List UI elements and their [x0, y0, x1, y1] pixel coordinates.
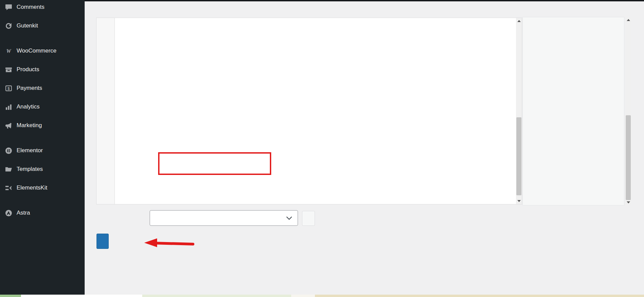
sidebar-item-analytics[interactable]: Analytics [0, 101, 85, 113]
svg-text:$: $ [7, 86, 10, 90]
documentation-select[interactable] [150, 210, 298, 226]
sidebar-item-payments[interactable]: $Payments [0, 82, 85, 94]
astra-icon [5, 209, 12, 217]
code-editor[interactable] [96, 18, 522, 204]
sidebar-item-label: ElementsKit [17, 184, 47, 191]
bottom-edge-strip [21, 295, 142, 297]
sidebar-item-elementor[interactable]: Elementor [0, 144, 85, 157]
theme-files-scrollbar[interactable] [625, 17, 631, 205]
payments-icon: $ [5, 84, 12, 92]
look-up-button[interactable] [302, 211, 315, 226]
sidebar-item-elementskit[interactable]: ElementsKit [0, 182, 85, 194]
bottom-edge-strip [315, 295, 644, 297]
analytics-icon [5, 103, 12, 111]
annotation-arrow [142, 237, 196, 251]
scrollbar-thumb[interactable] [626, 115, 631, 200]
scroll-up-icon[interactable] [625, 17, 631, 23]
sidebar-item-templates[interactable]: Templates [0, 163, 85, 175]
bottom-edge-strip [142, 295, 291, 297]
comments-icon [5, 3, 12, 11]
scroll-up-icon[interactable] [516, 18, 522, 24]
scroll-down-icon[interactable] [516, 198, 522, 204]
sidebar-item-label: Elementor [17, 147, 43, 154]
bottom-edge-strip [0, 295, 21, 297]
sidebar-item-label: Gutenkit [17, 22, 38, 29]
marketing-icon [5, 122, 12, 129]
sidebar-item-label: Products [17, 66, 39, 73]
appearance-submenu [0, 219, 85, 224]
gutenkit-icon [5, 22, 12, 29]
admin-sidebar: CommentsGutenkitWWooCommerceProducts$Pay… [0, 0, 85, 295]
code-editor-scrollbar[interactable] [516, 18, 522, 204]
scroll-down-icon[interactable] [625, 200, 631, 205]
sidebar-item-products[interactable]: Products [0, 63, 85, 76]
woocommerce-icon: W [5, 47, 12, 55]
sidebar-item-woocommerce[interactable]: WWooCommerce [0, 45, 85, 57]
code-lines[interactable] [115, 18, 516, 204]
elementor-icon [5, 147, 12, 154]
sidebar-item-label: Comments [17, 4, 44, 11]
theme-files-panel [522, 17, 624, 205]
sidebar-item-label: Astra [17, 210, 30, 216]
sidebar-item-label: WooCommerce [17, 47, 57, 54]
sidebar-item-label: Templates [17, 166, 43, 173]
sidebar-item-label: Analytics [17, 103, 40, 110]
scrollbar-thumb[interactable] [516, 117, 521, 195]
line-number-gutter [96, 18, 115, 204]
top-edge-line [85, 0, 644, 1]
bottom-edge-strip [291, 295, 315, 297]
sidebar-item-comments[interactable]: Comments [0, 1, 85, 13]
sidebar-item-astra[interactable]: Astra [0, 207, 85, 219]
elementskit-icon [5, 184, 12, 192]
templates-icon [5, 165, 12, 173]
chevron-down-icon [286, 216, 292, 220]
update-file-button[interactable] [96, 234, 109, 249]
sidebar-item-label: Payments [17, 85, 42, 92]
products-icon [5, 66, 12, 73]
sidebar-item-marketing[interactable]: Marketing [0, 119, 85, 132]
sidebar-item-gutenkit[interactable]: Gutenkit [0, 20, 85, 32]
annotation-box [158, 152, 271, 175]
svg-text:W: W [6, 48, 11, 54]
admin-sidebar-menu: CommentsGutenkitWWooCommerceProducts$Pay… [0, 1, 85, 219]
sidebar-item-label: Marketing [17, 122, 42, 129]
